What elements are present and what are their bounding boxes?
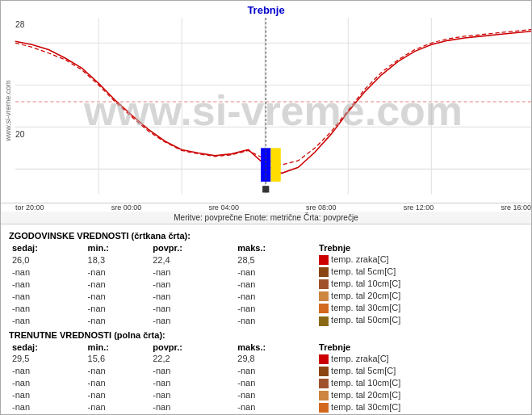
col-sedaj-1: sedaj: [9,242,85,254]
table-header-row-2: sedaj: min.: povpr.: maks.: Trebnje [9,342,523,353]
svg-text:20: 20 [15,130,25,139]
color-box [319,267,329,277]
y-axis-label: www.si-vreme.com [1,18,15,203]
s1-r1-povpr: -nan [149,266,234,278]
color-box [319,379,329,388]
x-label-0: tor 20:00 [15,203,44,212]
table-row: -nan -nan -nan -nan temp. tal 30cm[C] [9,401,523,413]
color-box [319,279,329,289]
col-maks-2: maks.: [234,342,316,353]
s1-r0-povpr: 22,4 [149,254,234,266]
col-maks-1: maks.: [234,242,316,254]
s1-r0-label: temp. zraka[C] [316,254,523,266]
col-povpr-1: povpr.: [149,242,234,254]
color-box [319,291,329,301]
color-box [319,367,329,376]
x-axis-labels: tor 20:00 sre 00:00 sre 04:00 sre 08:00 … [1,203,531,212]
table-row: -nan -nan -nan -nan temp. tal 20cm[C] [9,389,523,401]
color-box [319,391,329,400]
table-header-row-1: sedaj: min.: povpr.: maks.: Trebnje [9,242,523,254]
s1-r0-sedaj: 26,0 [9,254,85,266]
chart-title: Trebnje [1,1,531,18]
x-label-5: sre 16:00 [501,203,531,212]
x-label-1: sre 00:00 [111,203,142,212]
col-trebnje-2: Trebnje [316,342,523,353]
data-section: ZGODOVINSKE VREDNOSTI (črtkana črta): se… [1,224,531,415]
table-row: -nan -nan -nan -nan temp. tal 20cm[C] [9,290,523,302]
table-row: -nan -nan -nan -nan temp. tal 5cm[C] [9,266,523,278]
chart-svg: 28 20 [15,18,531,203]
table-row: -nan -nan -nan -nan temp. tal 50cm[C] [9,314,523,326]
s1-r1-maks: -nan [234,266,316,278]
svg-rect-14 [270,148,280,182]
col-min-2: min.: [85,342,150,353]
color-box [319,304,329,313]
s1-r0-min: 18,3 [85,254,150,266]
chart-footer: Meritve: povprečne Enote: metrične Črta:… [1,212,531,224]
table-row: -nan -nan -nan -nan temp. tal 10cm[C] [9,377,523,389]
table-row: -nan -nan -nan -nan temp. tal 10cm[C] [9,278,523,290]
chart-inner: 28 20 www.si-vreme.com [15,18,531,203]
s1-r0-maks: 28,5 [234,254,316,266]
color-box [319,255,329,265]
table-row: 29,5 15,6 22,2 29,8 temp. zraka[C] [9,353,523,365]
s1-r1-label: temp. tal 5cm[C] [316,266,523,278]
color-box [319,316,329,326]
table-row: 26,0 18,3 22,4 28,5 temp. zraka[C] [9,254,523,266]
table-row: -nan -nan -nan -nan temp. tal 5cm[C] [9,365,523,377]
section2-title: TRENUTNE VREDNOSTI (polna črta): [9,330,523,340]
section1-table: sedaj: min.: povpr.: maks.: Trebnje 26,0… [9,242,523,327]
col-trebnje-1: Trebnje [316,242,523,254]
table-row: -nan -nan -nan -nan temp. tal 30cm[C] [9,302,523,314]
svg-text:28: 28 [15,20,25,29]
col-min-1: min.: [85,242,150,254]
color-box [319,354,329,364]
svg-rect-16 [262,186,269,192]
x-label-2: sre 04:00 [208,203,239,212]
section2-table: sedaj: min.: povpr.: maks.: Trebnje 29,5… [9,342,523,415]
y-axis-text: www.si-vreme.com [4,80,12,141]
col-povpr-2: povpr.: [149,342,234,353]
main-container: Trebnje www.si-vreme.com [0,0,532,415]
x-label-3: sre 08:00 [306,203,337,212]
section1-title: ZGODOVINSKE VREDNOSTI (črtkana črta): [9,231,523,241]
s1-r1-min: -nan [85,266,150,278]
chart-area: www.si-vreme.com 28 20 [1,18,531,203]
s1-r1-sedaj: -nan [9,266,85,278]
col-sedaj-2: sedaj: [9,342,85,353]
color-box [319,403,329,413]
x-label-4: sre 12:00 [404,203,434,212]
